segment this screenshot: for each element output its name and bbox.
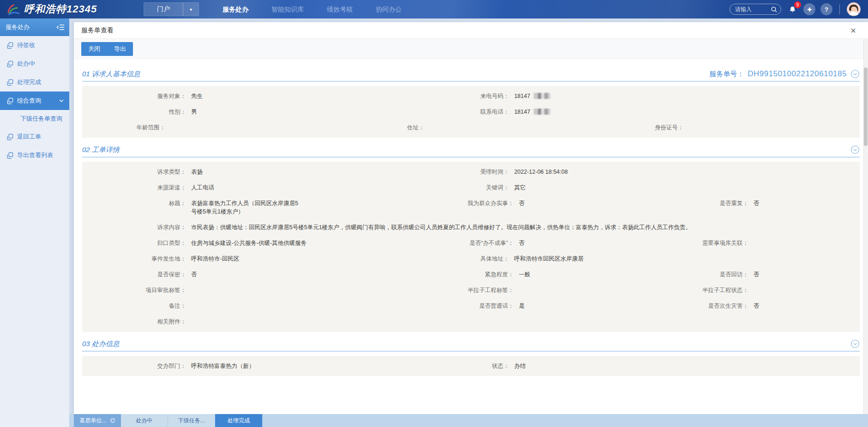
field-label: 性别： (82, 108, 186, 116)
chevron-down-icon[interactable]: ▾ (183, 3, 199, 16)
sidebar-subitem-subordinate-task-query[interactable]: 下级任务单查询 (0, 110, 69, 128)
field-label: 受理时间： (440, 168, 509, 176)
sidebar-item-completed[interactable]: 处理完成 (0, 73, 69, 92)
brand: 呼和浩特12345 (6, 2, 128, 16)
sidebar-item-comprehensive-query[interactable]: 综合查询 (0, 92, 69, 110)
sidebar-item-pending-sign[interactable]: 待签收 (0, 36, 69, 55)
collapse-section-icon[interactable] (850, 145, 860, 154)
sidebar-item-export-list[interactable]: 导出查看列表 (0, 146, 69, 165)
tab-in-progress[interactable]: 处办中 (121, 414, 168, 427)
field-label: 来源渠道： (82, 183, 186, 192)
brand-title: 呼和浩特12345 (24, 2, 97, 16)
close-button[interactable]: 关闭 (81, 42, 107, 56)
collapse-section-icon[interactable] (850, 339, 860, 348)
document-icon (6, 79, 13, 86)
apps-button[interactable] (803, 3, 815, 15)
field-value: 表扬 (186, 168, 203, 176)
main-nav: 服务处办 智能知识库 绩效考核 协同办公 (211, 0, 413, 18)
field-label: 事件发生地： (82, 255, 186, 263)
field-value: 男 (186, 108, 197, 116)
field-value: 呼和浩特富泰热力（新） (186, 362, 255, 370)
service-no-value: DH9915010022120610185 (747, 69, 847, 79)
bottom-tabbar: 基层单位... 处办中 下级任务... 处理完成 (69, 414, 868, 427)
field-label: 交办部门： (82, 362, 186, 370)
field-value: 呼和浩特市回民区水岸康居 (509, 255, 584, 263)
document-icon (6, 152, 13, 159)
field-label: 需要事项库关联： (665, 239, 748, 247)
field-label: 身份证号： (601, 123, 684, 132)
field-value: 市民表扬：供暖地址：回民区水岸康居5号楼5单元1楼东户，供暖阀门有异响，联系供暖… (186, 223, 691, 232)
field-value: 18147 (509, 108, 551, 116)
scrollbar-track[interactable] (863, 39, 868, 414)
search-box[interactable] (729, 4, 781, 15)
sidebar-item-in-progress[interactable]: 处办中 (0, 55, 69, 73)
field-value (748, 239, 753, 247)
sidebar-subitem-label: 下级任务单查询 (20, 115, 62, 123)
help-button[interactable]: ? (820, 3, 832, 15)
field-value: 否 (514, 239, 525, 247)
field-label: 来电号码： (440, 92, 509, 100)
field-value: 先生 (186, 92, 203, 100)
user-avatar[interactable] (847, 2, 861, 16)
sidebar-item-label: 退回工单 (17, 133, 41, 141)
main-panel: 服务单查看 × 关闭 导出 01 诉求人基本信息 服务单号： DH9915010… (74, 22, 868, 414)
toolbar-buttons: 关闭 导出 (81, 42, 133, 56)
menu-collapse-icon[interactable] (56, 24, 65, 30)
sidebar-item-label: 综合查询 (17, 97, 41, 105)
tab-grassroots-unit[interactable]: 基层单位... (74, 414, 121, 427)
sidebar-item-returned-orders[interactable]: 退回工单 (0, 128, 69, 146)
nav-item-collaboration[interactable]: 协同办公 (364, 0, 413, 18)
collapse-section-icon[interactable] (850, 69, 860, 79)
portal-dropdown-label[interactable]: 门户 (144, 3, 183, 16)
field-label: 归口类型： (82, 239, 186, 247)
document-icon (6, 134, 13, 140)
field-label: 诉求内容： (82, 223, 186, 232)
nav-item-knowledge[interactable]: 智能知识库 (260, 0, 315, 18)
field-value: 其它 (509, 183, 526, 192)
field-value (186, 286, 191, 294)
tab-label: 下级任务... (178, 417, 205, 425)
sidebar-item-label: 待签收 (17, 41, 35, 49)
field-label: 是否回访： (665, 270, 748, 279)
field-value (748, 286, 753, 294)
field-value: 办结 (509, 362, 526, 370)
section-2-title: 02 工单详情 (82, 146, 120, 154)
field-label: 我为群众办实事： (440, 199, 514, 207)
nav-item-service[interactable]: 服务处办 (211, 0, 260, 18)
sidebar-item-label: 处办中 (17, 60, 35, 68)
nav-item-performance[interactable]: 绩效考核 (315, 0, 364, 18)
field-value (684, 123, 689, 132)
field-label: 是否重复： (665, 199, 748, 207)
close-icon[interactable]: × (850, 26, 861, 35)
export-button[interactable]: 导出 (107, 42, 133, 56)
document-icon (6, 98, 13, 104)
field-value: 表扬富泰热力工作人员（回民区水岸康居5号楼5单元1楼东户） (186, 199, 302, 216)
field-value: 一般 (514, 270, 530, 279)
page-titlebar: 服务单查看 × (74, 22, 868, 39)
portal-dropdown[interactable]: 门户 ▾ (144, 2, 199, 16)
field-label: 是否保密： (82, 270, 186, 279)
field-value: 是 (514, 302, 525, 310)
refresh-icon[interactable] (110, 418, 115, 423)
document-icon (6, 42, 13, 49)
toolbar: 关闭 导出 (74, 39, 868, 59)
field-value: 18147 (509, 92, 551, 100)
field-value (186, 317, 191, 326)
field-label: 相关附件： (82, 317, 186, 326)
field-label: 是否次生灾害： (665, 302, 748, 310)
tab-subordinate-task[interactable]: 下级任务... (168, 414, 215, 427)
section-2-header: 02 工单详情 (82, 145, 860, 158)
search-icon (771, 6, 778, 13)
field-label: 是否“办不成事”： (440, 239, 514, 247)
scrollbar-thumb[interactable] (864, 67, 868, 146)
notifications-button[interactable]: 9 (786, 3, 798, 15)
redacted-digits (534, 109, 550, 115)
tab-label: 基层单位... (79, 417, 106, 425)
field-label: 是否普通话： (440, 302, 514, 310)
ticket-content: 01 诉求人基本信息 服务单号： DH9915010022120610185 服… (74, 59, 868, 376)
page-title: 服务单查看 (81, 26, 114, 35)
sidebar-item-label: 导出查看列表 (17, 151, 53, 159)
section-1-title: 01 诉求人基本信息 (82, 70, 140, 79)
field-value (165, 123, 170, 132)
tab-completed[interactable]: 处理完成 (215, 414, 262, 427)
